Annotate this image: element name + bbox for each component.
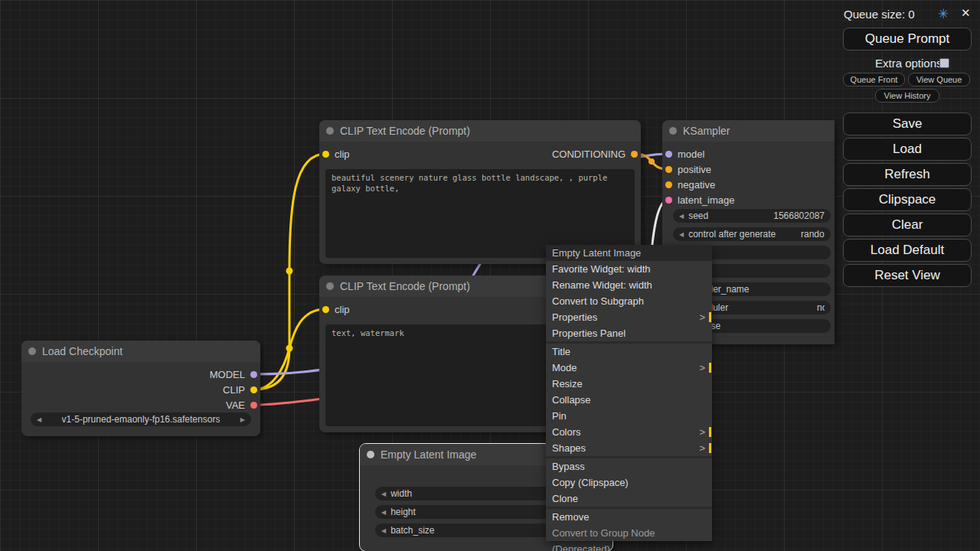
refresh-button[interactable]: Refresh: [843, 163, 972, 186]
node-load-checkpoint[interactable]: Load Checkpoint MODEL CLIP VAE ◀ v1-5-pr…: [21, 341, 260, 436]
widget-decrement-icon[interactable]: ◀: [679, 231, 684, 238]
slot-label: clip: [335, 304, 350, 315]
input-slot-model[interactable]: model: [665, 148, 704, 160]
menu-item-pin[interactable]: Pin: [546, 408, 712, 424]
node-title: Load Checkpoint: [42, 345, 122, 357]
node-collapse-dot-icon[interactable]: [28, 347, 36, 355]
context-menu-header: Empty Latent Image: [546, 245, 712, 261]
input-slot-negative[interactable]: negative: [665, 178, 715, 191]
widget-label: control after generate: [688, 229, 776, 240]
widget-decrement-icon[interactable]: ◀: [381, 527, 386, 534]
slot-dot-latent[interactable]: [665, 197, 672, 204]
save-button[interactable]: Save: [843, 112, 972, 135]
node-title-bar[interactable]: Load Checkpoint: [21, 341, 260, 362]
widget-value: normal: [817, 302, 825, 313]
menu-item-remove[interactable]: Remove: [546, 509, 712, 525]
widget-decrement-icon[interactable]: ◀: [381, 509, 386, 516]
menu-item-properties-panel[interactable]: Properties Panel: [546, 325, 712, 341]
slot-label: latent_image: [678, 194, 734, 206]
node-collapse-dot-icon[interactable]: [326, 127, 334, 135]
seed-widget[interactable]: ◀ seed 1566802087: [673, 209, 831, 223]
menu-item-bypass[interactable]: Bypass: [546, 458, 712, 474]
queue-prompt-button[interactable]: Queue Prompt: [843, 28, 972, 51]
queue-front-button[interactable]: Queue Front: [843, 73, 905, 86]
slot-label: negative: [678, 179, 715, 191]
menu-item-label: Mode: [552, 362, 577, 373]
output-slot-clip[interactable]: CLIP: [223, 383, 257, 396]
load-default-button[interactable]: Load Default: [843, 239, 972, 262]
menu-item-shapes[interactable]: Shapes >: [546, 440, 712, 456]
clear-button[interactable]: Clear: [843, 214, 972, 236]
slot-dot-clip[interactable]: [322, 306, 329, 313]
node-title-bar[interactable]: KSampler: [662, 120, 835, 142]
menu-item-clone[interactable]: Clone: [546, 491, 712, 507]
node-collapse-dot-icon[interactable]: [669, 127, 677, 135]
link-dot: [286, 345, 293, 352]
widget-label: width: [390, 488, 412, 499]
menu-item-convert-to-subgraph[interactable]: Convert to Subgraph: [546, 293, 712, 309]
menu-item-label: Properties: [552, 311, 597, 323]
node-collapse-dot-icon[interactable]: [367, 451, 374, 458]
input-slot-positive[interactable]: positive: [665, 163, 711, 175]
menu-item-rename-widget[interactable]: Rename Widget: width: [546, 277, 712, 293]
node-title: Empty Latent Image: [381, 448, 476, 461]
input-slot-clip[interactable]: clip: [322, 303, 350, 315]
slot-dot-model[interactable]: [250, 371, 257, 378]
input-slot-clip[interactable]: clip: [322, 148, 350, 160]
node-title-bar[interactable]: CLIP Text Encode (Prompt): [319, 120, 641, 142]
widget-decrement-icon[interactable]: ◀: [679, 213, 684, 220]
control-after-generate-widget[interactable]: ◀ control after generate randomize: [673, 227, 831, 241]
view-queue-button[interactable]: View Queue: [908, 73, 970, 86]
node-collapse-dot-icon[interactable]: [326, 282, 334, 290]
view-history-button[interactable]: View History: [875, 89, 939, 103]
widget-decrement-icon[interactable]: ◀: [381, 491, 386, 497]
output-slot-conditioning[interactable]: CONDITIONING: [552, 148, 638, 160]
submenu-arrow-icon: >: [699, 309, 705, 325]
widget-increment-icon[interactable]: ▶: [240, 416, 245, 423]
slot-dot-model[interactable]: [665, 151, 672, 158]
menu-item-copy-clipspace[interactable]: Copy (Clipspace): [546, 474, 712, 491]
submenu-mark: [709, 312, 711, 322]
submenu-arrow-icon: >: [699, 440, 705, 456]
menu-item-mode[interactable]: Mode >: [546, 360, 712, 376]
slot-dot-conditioning[interactable]: [665, 181, 672, 188]
widget-label: batch_size: [390, 525, 434, 536]
widget-decrement-icon[interactable]: ◀: [37, 416, 41, 423]
input-slot-latent-image[interactable]: latent_image: [665, 194, 734, 206]
menu-item-convert-to-group-node[interactable]: Convert to Group Node (Deprecated): [546, 525, 712, 541]
clipspace-button[interactable]: Clipspace: [843, 188, 972, 211]
menu-item-properties[interactable]: Properties >: [546, 309, 712, 325]
menu-item-colors[interactable]: Colors >: [546, 424, 712, 440]
menu-item-favorite-widget[interactable]: Favorite Widget: width: [546, 261, 712, 277]
widget-value: v1-5-pruned-emaonly-fp16.safetensors: [62, 414, 220, 425]
ckpt-name-widget[interactable]: ◀ v1-5-pruned-emaonly-fp16.safetensors ▶: [31, 412, 251, 426]
slot-dot-vae[interactable]: [250, 402, 257, 409]
slot-label: model: [678, 148, 704, 160]
menu-item-title[interactable]: Title: [546, 344, 712, 360]
output-slot-vae[interactable]: VAE: [226, 399, 257, 411]
reset-view-button[interactable]: Reset View: [843, 264, 972, 287]
slot-dot-conditioning[interactable]: [631, 151, 638, 158]
extra-options-checkbox[interactable]: [939, 58, 949, 68]
menu-item-collapse[interactable]: Collapse: [546, 392, 712, 408]
menu-item-label: Shapes: [552, 442, 586, 454]
menu-item-resize[interactable]: Resize: [546, 376, 712, 392]
submenu-arrow-icon: >: [699, 424, 705, 440]
settings-icon[interactable]: ✳: [938, 6, 949, 22]
node-clip-text-encode-1[interactable]: CLIP Text Encode (Prompt) clip CONDITION…: [319, 120, 641, 264]
load-button[interactable]: Load: [843, 138, 972, 161]
node-title: CLIP Text Encode (Prompt): [340, 125, 470, 137]
close-icon[interactable]: ✕: [961, 6, 971, 20]
slot-dot-conditioning[interactable]: [665, 166, 672, 173]
output-slot-model[interactable]: MODEL: [210, 368, 257, 380]
widget-value: 1566802087: [773, 210, 825, 221]
node-title: CLIP Text Encode (Prompt): [340, 280, 470, 292]
slot-label: CONDITIONING: [552, 148, 626, 160]
slot-dot-clip[interactable]: [250, 386, 257, 393]
extra-options-label: Extra options: [875, 57, 942, 70]
context-menu: Empty Latent Image Favorite Widget: widt…: [546, 245, 712, 541]
submenu-arrow-icon: >: [699, 360, 705, 376]
slot-dot-clip[interactable]: [322, 151, 329, 158]
submenu-mark: [709, 443, 711, 453]
link-dot: [648, 158, 655, 165]
